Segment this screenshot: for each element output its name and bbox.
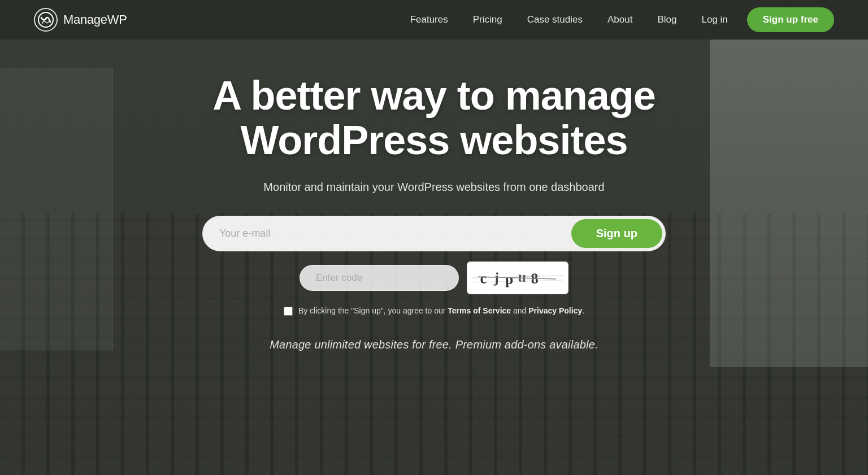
nav-links: Features Pricing Case studies About Blog…: [398, 7, 834, 32]
privacy-link[interactable]: Privacy Policy: [528, 306, 582, 315]
captcha-input[interactable]: [300, 265, 458, 290]
svg-text:u: u: [517, 268, 527, 285]
nav-pricing[interactable]: Pricing: [461, 10, 515, 30]
nav-case-studies[interactable]: Case studies: [515, 10, 595, 30]
hero-title: A better way to manage WordPress website…: [163, 73, 705, 163]
logo-text: ManageWP: [63, 12, 127, 27]
tagline: Manage unlimited websites for free. Prem…: [270, 338, 598, 351]
terms-text: By clicking the "Sign up", you agree to …: [298, 306, 584, 317]
navbar: ManageWP Features Pricing Case studies A…: [0, 0, 868, 40]
logo-icon: [34, 8, 58, 32]
captcha-row: c j p u 8: [202, 262, 666, 294]
signup-button[interactable]: Sign up: [571, 219, 662, 248]
hero-subtitle: Monitor and maintain your WordPress webs…: [263, 178, 604, 195]
nav-login[interactable]: Log in: [689, 10, 740, 30]
logo[interactable]: ManageWP: [34, 8, 127, 32]
email-signup-form: Sign up: [202, 216, 666, 251]
nav-features[interactable]: Features: [398, 10, 461, 30]
terms-checkbox[interactable]: [284, 307, 293, 316]
svg-text:p: p: [505, 271, 513, 287]
svg-text:c: c: [479, 271, 487, 287]
nav-blog[interactable]: Blog: [645, 10, 689, 30]
hero-section: A better way to manage WordPress website…: [0, 40, 868, 351]
email-input[interactable]: [219, 228, 567, 239]
captcha-input-wrap: [300, 265, 459, 291]
captcha-image: c j p u 8: [467, 262, 568, 294]
nav-about[interactable]: About: [595, 10, 645, 30]
terms-row: By clicking the "Sign up", you agree to …: [202, 306, 666, 317]
nav-signup-button[interactable]: Sign up free: [747, 7, 834, 32]
email-input-wrap: Sign up: [202, 216, 666, 251]
tos-link[interactable]: Terms of Service: [448, 306, 511, 315]
